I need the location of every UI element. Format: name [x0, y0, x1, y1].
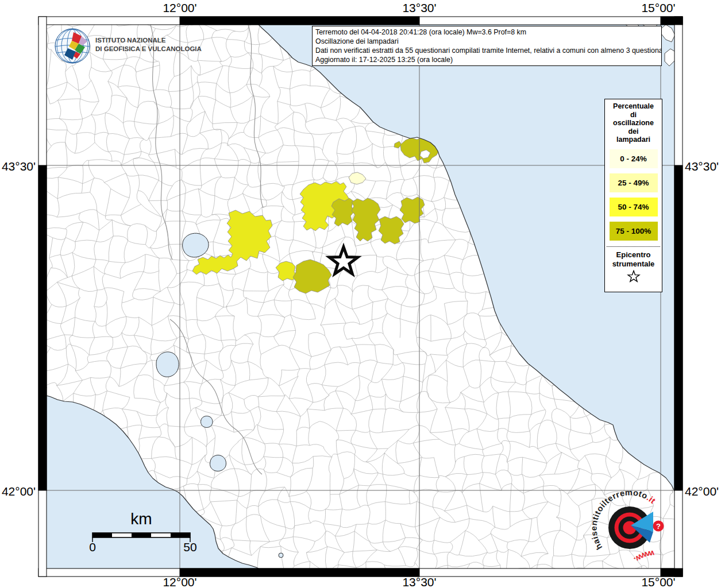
lon-label-top-15: 15°00' [633, 1, 684, 15]
question-mark: ? [656, 522, 661, 531]
map-canvas: 12°00' 13°30' 15°00' 12°00' 13°30' 15°00… [0, 0, 721, 588]
lake-trasimeno [183, 233, 209, 257]
lat-label-right-42: 42°00' [685, 485, 719, 498]
highlighted-municipalities [192, 137, 439, 293]
event-updated: Aggiornato il: 17-12-2025 13:25 (ora loc… [315, 55, 658, 64]
ingv-name-line1: ISTITUTO NAZIONALE [95, 36, 202, 45]
small-lake [279, 553, 283, 558]
lon-label-bottom-12: 12°00' [154, 575, 206, 588]
municipality-highlight-25-49 [349, 172, 366, 184]
ingv-logo: ISTITUTO NAZIONALE DI GEOFISICA E VULCAN… [54, 28, 202, 64]
event-info-box: Terremoto del 04-04-2018 20:41:28 (ora l… [312, 26, 662, 66]
scale-start: 0 [81, 540, 104, 554]
scale-end: 50 [179, 540, 202, 554]
lake-vico [201, 416, 213, 428]
legend-class-75-100: 75 - 100% [610, 222, 658, 241]
legend-star-icon [627, 270, 641, 284]
svg-text:www.: www. [632, 549, 656, 565]
municipality-highlight-75-100 [293, 260, 331, 293]
event-effect: Oscillazione dei lampadari [315, 37, 658, 46]
lat-label-left-4330: 43°30' [0, 160, 36, 173]
lat-label-left-42: 42°00' [0, 485, 36, 498]
legend-class-0-24: 0 - 24% [610, 149, 658, 168]
municipality-highlight-75-100 [352, 198, 380, 241]
event-data-note: Dati non verificati estratti da 55 quest… [315, 46, 658, 55]
scale-unit: km [113, 510, 170, 528]
legend-epicenter-label: Epicentro strumentale [605, 250, 662, 269]
ingv-globe-icon [54, 28, 91, 64]
municipality-highlight-75-100 [331, 198, 354, 226]
lake-bracciano [210, 455, 226, 471]
legend-class-50-74: 50 - 74% [610, 198, 658, 216]
watermark-prefix: www. [632, 549, 656, 565]
lat-label-right-4330: 43°30' [685, 160, 719, 173]
lon-label-bottom-15: 15°00' [633, 575, 684, 588]
event-title: Terremoto del 04-04-2018 20:41:28 (ora l… [315, 28, 658, 37]
lon-label-top-12: 12°00' [154, 1, 206, 15]
lon-label-top-1330: 13°30' [394, 1, 445, 15]
epicenter-star [329, 247, 357, 274]
legend-class-25-49: 25 - 49% [610, 173, 658, 192]
legend-separator [607, 246, 660, 247]
haisentitoilterremoto-logo: ? haisentitoilterremoto.it www. [584, 482, 676, 574]
legend: Percentuale di oscillazione dei lampadar… [604, 99, 662, 292]
ingv-name-line2: DI GEOFISICA E VULCANOLOGIA [95, 45, 202, 53]
municipality-highlight-75-100 [379, 216, 404, 244]
lake-bolsena [156, 352, 179, 377]
legend-title: Percentuale di oscillazione dei lampadar… [605, 102, 662, 144]
lon-label-bottom-1330: 13°30' [394, 575, 445, 588]
